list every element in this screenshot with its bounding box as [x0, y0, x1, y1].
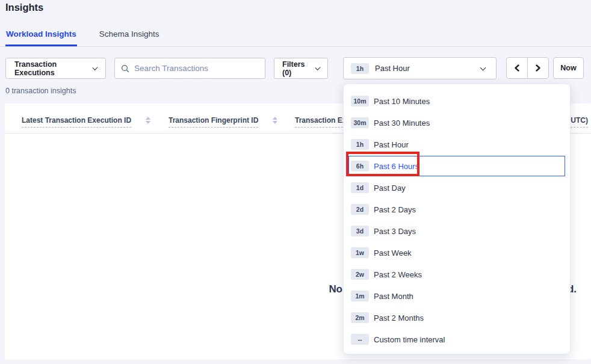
- menu-item-label: Past Month: [374, 292, 413, 301]
- chevron-right-icon: [535, 64, 541, 72]
- search-input[interactable]: [134, 64, 259, 73]
- time-interval-badge: 1h: [351, 63, 369, 74]
- column-label: Latest Transaction Execution ID: [22, 116, 131, 128]
- execution-type-select[interactable]: Transaction Executions: [5, 58, 106, 79]
- time-badge: 3d: [351, 226, 369, 236]
- search-box: [114, 58, 265, 79]
- time-badge: 1w: [351, 247, 369, 258]
- menu-item-2d[interactable]: 2dPast 2 Days: [344, 199, 570, 220]
- page-title: Insights: [5, 2, 43, 13]
- column-header-transaction-fingerprint-id[interactable]: Transaction Fingerprint ID: [169, 116, 277, 128]
- menu-item-label: Past 10 Minutes: [374, 97, 430, 106]
- column-label: Transaction Fingerprint ID: [169, 116, 258, 128]
- menu-item-1w[interactable]: 1wPast Week: [344, 242, 570, 264]
- chevron-left-icon: [514, 64, 520, 72]
- chevron-down-icon: [92, 64, 97, 70]
- menu-item-10m[interactable]: 10mPast 10 Minutes: [344, 90, 570, 112]
- column-label: UTC): [571, 116, 588, 128]
- chevron-down-icon: [480, 64, 486, 70]
- time-nav-group: [506, 57, 549, 79]
- chevron-down-icon: [315, 64, 320, 70]
- time-badge: 2m: [351, 312, 369, 323]
- menu-item-label: Past Day: [374, 184, 406, 193]
- menu-item-label: Past 2 Days: [374, 205, 416, 214]
- menu-item-30m[interactable]: 30mPast 30 Minutes: [344, 112, 570, 134]
- menu-item-label: Past 3 Days: [374, 227, 416, 236]
- menu-item-label: Past 2 Weeks: [374, 270, 422, 279]
- menu-item-custom[interactable]: --Custom time interval: [344, 329, 570, 350]
- time-badge: 2w: [351, 269, 369, 280]
- time-badge: --: [351, 334, 369, 345]
- menu-item-1m[interactable]: 1mPast Month: [344, 285, 570, 307]
- tab-schema-insights[interactable]: Schema Insights: [99, 26, 160, 46]
- sort-icon[interactable]: [273, 117, 277, 124]
- prev-interval-button[interactable]: [507, 58, 527, 78]
- filters-label: Filters (0): [282, 60, 312, 77]
- time-interval-menu: 10mPast 10 Minutes30mPast 30 Minutes1hPa…: [343, 84, 571, 354]
- menu-item-2w[interactable]: 2wPast 2 Weeks: [344, 264, 570, 285]
- menu-item-3d[interactable]: 3dPast 3 Days: [344, 220, 570, 242]
- menu-item-1d[interactable]: 1dPast Day: [344, 177, 570, 199]
- column-header-latest-transaction-execution-id[interactable]: Latest Transaction Execution ID: [22, 116, 150, 128]
- column-header-time-utc[interactable]: UTC): [571, 116, 588, 128]
- menu-item-label: Past Week: [374, 248, 412, 258]
- menu-item-2m[interactable]: 2mPast 2 Months: [344, 307, 570, 329]
- now-button[interactable]: Now: [553, 57, 584, 79]
- time-badge: 1h: [351, 139, 369, 150]
- next-interval-button[interactable]: [527, 58, 548, 78]
- search-icon: [121, 64, 129, 73]
- column-header-transaction-execution[interactable]: Transaction Ex: [295, 116, 346, 128]
- tab-workload-insights[interactable]: Workload Insights: [5, 26, 77, 46]
- column-label: Transaction Ex: [295, 116, 346, 128]
- menu-item-label: Past 30 Minutes: [374, 119, 430, 128]
- sort-icon[interactable]: [146, 117, 150, 124]
- menu-item-label: Past 2 Months: [374, 313, 424, 322]
- time-interval-label: Past Hour: [375, 64, 410, 73]
- execution-type-label: Transaction Executions: [14, 60, 88, 77]
- filters-button[interactable]: Filters (0): [274, 58, 328, 79]
- time-badge: 2d: [351, 204, 369, 215]
- time-badge: 30m: [351, 117, 369, 128]
- annotation-highlight-box: [346, 152, 419, 176]
- time-interval-select[interactable]: 1h Past Hour: [343, 57, 497, 79]
- time-badge: 10m: [351, 96, 369, 106]
- insights-count: 0 transaction insights: [5, 87, 76, 95]
- menu-item-label: Custom time interval: [374, 335, 445, 344]
- time-badge: 1d: [351, 182, 369, 193]
- time-badge: 1m: [351, 291, 369, 301]
- tab-bar: Workload Insights Schema Insights: [0, 26, 591, 47]
- menu-item-label: Past Hour: [374, 140, 409, 149]
